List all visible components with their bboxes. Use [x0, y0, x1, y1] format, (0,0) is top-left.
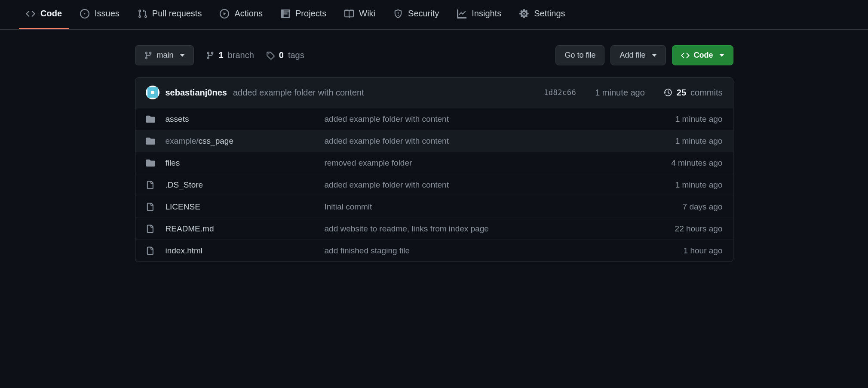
gear-icon	[519, 9, 529, 18]
tab-label: Security	[408, 9, 439, 18]
go-to-file-label: Go to file	[564, 51, 595, 60]
file-commit-message-link[interactable]: added example folder with content	[325, 136, 675, 146]
tab-label: Settings	[534, 9, 565, 18]
code-button[interactable]: Code	[672, 45, 733, 65]
tab-settings[interactable]: Settings	[512, 0, 572, 29]
file-row[interactable]: filesremoved example folder4 minutes ago	[135, 152, 733, 174]
branches-count: 1	[219, 50, 224, 60]
latest-commit-header: sebastianj0nes added example folder with…	[135, 78, 733, 108]
file-time: 22 hours ago	[675, 224, 723, 234]
file-row[interactable]: README.mdadd website to readme, links fr…	[135, 218, 733, 240]
tab-pulls[interactable]: Pull requests	[131, 0, 209, 29]
file-name-link[interactable]: index.html	[166, 246, 325, 256]
file-row[interactable]: example/css_pageadded example folder wit…	[135, 130, 733, 152]
branches-word: branch	[228, 50, 254, 60]
file-commit-message-link[interactable]: removed example folder	[325, 158, 672, 168]
add-file-label: Add file	[620, 51, 645, 60]
chevron-down-icon	[180, 54, 185, 57]
file-tree-box: sebastianj0nes added example folder with…	[135, 77, 733, 262]
file-row[interactable]: assetsadded example folder with content1…	[135, 108, 733, 130]
commits-history-link[interactable]: 25 commits	[664, 88, 723, 98]
file-name-link[interactable]: example/css_page	[166, 136, 325, 146]
commits-word: commits	[690, 88, 722, 98]
file-time: 1 hour ago	[684, 246, 723, 256]
chevron-down-icon	[652, 54, 657, 57]
tab-label: Pull requests	[152, 9, 202, 18]
tab-actions[interactable]: Actions	[213, 0, 270, 29]
file-row[interactable]: .DS_Storeadded example folder with conte…	[135, 174, 733, 196]
history-icon	[664, 88, 672, 97]
code-icon	[26, 9, 35, 18]
file-icon	[146, 246, 156, 256]
commits-count: 25	[677, 88, 686, 98]
folder-icon	[146, 158, 156, 168]
file-time: 1 minute ago	[675, 136, 723, 146]
branch-switcher-label: main	[157, 51, 174, 60]
tab-label: Wiki	[359, 9, 375, 18]
tab-issues[interactable]: Issues	[73, 0, 126, 29]
tab-wiki[interactable]: Wiki	[337, 0, 382, 29]
file-name-link[interactable]: assets	[166, 114, 325, 124]
file-name-link[interactable]: files	[166, 158, 325, 168]
tab-label: Insights	[472, 9, 501, 18]
play-icon	[220, 9, 229, 18]
file-name-link[interactable]: README.md	[166, 224, 325, 234]
tab-insights[interactable]: Insights	[450, 0, 508, 29]
file-time: 1 minute ago	[675, 114, 723, 124]
file-row[interactable]: LICENSEInitial commit7 days ago	[135, 196, 733, 218]
file-commit-message-link[interactable]: added example folder with content	[325, 114, 675, 124]
repo-tabnav: CodeIssuesPull requestsActionsProjectsWi…	[0, 0, 868, 30]
git-branch-icon	[144, 51, 153, 60]
file-time: 1 minute ago	[675, 180, 723, 190]
tab-code[interactable]: Code	[19, 0, 69, 29]
tags-word: tags	[288, 50, 304, 60]
file-icon	[146, 224, 156, 234]
tags-link[interactable]: 0 tags	[266, 50, 304, 60]
commit-time[interactable]: 1 minute ago	[595, 88, 645, 98]
commit-message-link[interactable]: added example folder with content	[233, 88, 364, 98]
file-icon	[146, 180, 156, 190]
book-icon	[344, 9, 354, 18]
tab-security[interactable]: Security	[386, 0, 446, 29]
folder-icon	[146, 114, 156, 124]
tab-projects[interactable]: Projects	[274, 0, 333, 29]
commit-author-link[interactable]: sebastianj0nes	[166, 88, 227, 98]
graph-icon	[457, 9, 466, 18]
issue-opened-icon	[80, 9, 89, 18]
file-action-bar: main 1 branch 0 tags Go to file Add file	[135, 45, 733, 65]
file-time: 4 minutes ago	[671, 158, 722, 168]
file-commit-message-link[interactable]: add website to readme, links from index …	[325, 224, 675, 234]
code-icon	[681, 51, 690, 60]
avatar[interactable]	[146, 86, 159, 99]
project-icon	[281, 9, 290, 18]
add-file-button[interactable]: Add file	[610, 45, 666, 65]
commit-sha-link[interactable]: 1d82c66	[544, 88, 576, 97]
file-time: 7 days ago	[683, 202, 723, 212]
go-to-file-button[interactable]: Go to file	[555, 45, 604, 65]
tab-label: Projects	[295, 9, 326, 18]
tag-icon	[266, 51, 275, 60]
branches-link[interactable]: 1 branch	[206, 50, 254, 60]
tab-label: Issues	[95, 9, 120, 18]
branch-switcher-button[interactable]: main	[135, 45, 194, 65]
folder-icon	[146, 136, 156, 146]
file-row[interactable]: index.htmladd finished staging file1 hou…	[135, 240, 733, 262]
file-icon	[146, 202, 156, 212]
tab-label: Actions	[234, 9, 263, 18]
chevron-down-icon	[719, 54, 724, 57]
file-name-link[interactable]: LICENSE	[166, 202, 325, 212]
code-label: Code	[694, 51, 713, 60]
file-commit-message-link[interactable]: Initial commit	[325, 202, 683, 212]
file-commit-message-link[interactable]: added example folder with content	[325, 180, 675, 190]
file-name-link[interactable]: .DS_Store	[166, 180, 325, 190]
shield-icon	[393, 9, 403, 18]
tab-label: Code	[40, 9, 62, 18]
git-pull-request-icon	[138, 9, 147, 18]
tags-count: 0	[279, 50, 284, 60]
repo-content: main 1 branch 0 tags Go to file Add file	[135, 45, 733, 262]
git-branch-icon	[206, 51, 215, 60]
file-commit-message-link[interactable]: add finished staging file	[325, 246, 684, 256]
